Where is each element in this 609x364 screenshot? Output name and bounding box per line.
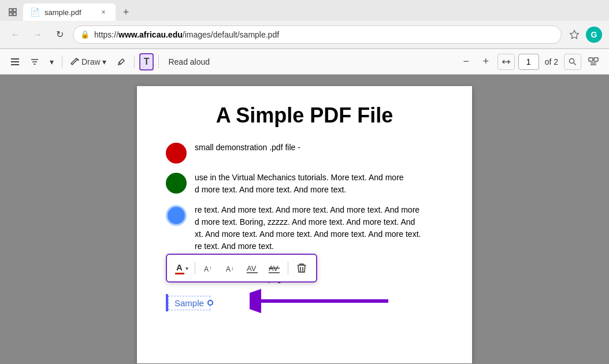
filter-button[interactable] (27, 53, 43, 70)
text-tool-button[interactable]: T (139, 53, 154, 70)
zoom-in-button[interactable]: + (478, 54, 494, 70)
text-decrease-button[interactable]: A ↓ (221, 258, 240, 278)
url-domain: www.africau.edu (118, 30, 183, 39)
svg-rect-4 (11, 58, 19, 60)
toc-button[interactable] (585, 53, 602, 70)
fit-button[interactable] (497, 54, 515, 70)
svg-rect-0 (9, 9, 12, 12)
active-tab[interactable]: 📄 sample.pdf × (23, 3, 116, 21)
divider3 (158, 55, 159, 68)
forward-button[interactable]: → (29, 26, 46, 43)
blue-circle (166, 205, 187, 226)
url-text: https://www.africau.edu/images/default/s… (94, 30, 554, 39)
paragraph2-text: use in the Virtual Mechanics tutorials. … (195, 172, 404, 196)
draw-button[interactable]: Draw ▾ (67, 53, 110, 70)
divider2 (134, 55, 135, 68)
green-circle-row: use in the Virtual Mechanics tutorials. … (166, 172, 443, 196)
tab-title: sample.pdf (44, 8, 81, 17)
eraser-button[interactable] (113, 53, 129, 70)
view-menu-button[interactable] (7, 53, 23, 70)
pdf-title: A Simple PDF File (166, 103, 443, 128)
url-prefix: https:// (94, 30, 118, 39)
text-tool-label: T (144, 57, 150, 67)
svg-rect-1 (13, 9, 16, 12)
svg-rect-8 (589, 58, 593, 61)
red-circle (166, 143, 187, 164)
sample-annotation-container: Sample (166, 294, 210, 311)
favorites-button[interactable] (566, 27, 582, 43)
svg-rect-6 (11, 64, 19, 65)
pdf-content-area: A Simple PDF File small demonstration .p… (0, 75, 609, 364)
svg-rect-9 (594, 58, 598, 61)
text-increase-button[interactable]: A ↑ (199, 258, 218, 278)
sample-text: Sample (168, 296, 210, 310)
svg-rect-3 (13, 13, 16, 16)
profile-button[interactable]: G (586, 27, 602, 43)
tab-bar: 📄 sample.pdf × + (0, 0, 609, 21)
filter-caret-button[interactable]: ▾ (46, 53, 57, 70)
annotation-toolbar: A ▾ A ↑ A ↓ AV (166, 254, 317, 283)
svg-rect-2 (9, 13, 12, 16)
back-button[interactable]: ← (7, 26, 24, 43)
svg-point-7 (570, 58, 574, 63)
zoom-out-button[interactable]: − (458, 54, 474, 70)
svg-text:A: A (204, 265, 209, 273)
tab-close-button[interactable]: × (98, 7, 109, 17)
read-aloud-button[interactable]: Read aloud (164, 53, 214, 70)
svg-rect-5 (11, 61, 19, 62)
new-tab-button[interactable]: + (118, 4, 134, 20)
delete-annotation-button[interactable] (292, 258, 311, 278)
svg-text:A: A (226, 265, 231, 273)
address-bar[interactable]: 🔒 https://www.africau.edu/images/default… (73, 25, 562, 44)
paragraph1-text: small demonstration .pdf file - (195, 142, 300, 154)
color-swatch (175, 273, 184, 274)
color-caret: ▾ (185, 265, 188, 272)
window-grid-button[interactable] (5, 4, 21, 20)
anno-divider1 (195, 262, 195, 274)
svg-text:↓: ↓ (231, 265, 234, 271)
pdf-page: A Simple PDF File small demonstration .p… (137, 86, 472, 363)
annotation-arrow (250, 284, 394, 321)
browser-actions: G (566, 27, 602, 43)
char-spacing-strikethrough-button[interactable]: AV (265, 258, 284, 278)
svg-text:AV: AV (247, 264, 257, 273)
char-spacing-button[interactable]: AV (243, 258, 262, 278)
search-button[interactable] (564, 54, 581, 70)
color-a-label: A (176, 262, 183, 272)
url-path: /images/default/sample.pdf (183, 30, 279, 39)
page-number-input[interactable] (518, 54, 539, 70)
divider1 (62, 55, 62, 68)
pdf-toolbar: ▾ Draw ▾ T Read aloud − + of 2 (0, 49, 609, 75)
draw-label: Draw (81, 57, 101, 66)
anno-divider2 (288, 262, 288, 274)
resize-handle[interactable] (207, 300, 213, 306)
pdf-file-icon: 📄 (30, 8, 40, 17)
draw-caret: ▾ (102, 57, 106, 66)
navigation-bar: ← → ↻ 🔒 https://www.africau.edu/images/d… (0, 21, 609, 49)
lock-icon: 🔒 (80, 30, 90, 39)
green-circle (166, 173, 187, 194)
blue-circle-row: re text. And more text. And more text. A… (166, 204, 443, 252)
svg-text:↑: ↑ (209, 265, 212, 271)
annotation-text-box[interactable]: Sample (168, 296, 210, 310)
page-total: of 2 (545, 57, 558, 66)
red-circle-row: small demonstration .pdf file - (166, 142, 443, 164)
paragraph3-text: re text. And more text. And more text. A… (195, 204, 421, 252)
refresh-button[interactable]: ↻ (51, 26, 68, 43)
color-picker-button[interactable]: A ▾ (172, 258, 191, 278)
